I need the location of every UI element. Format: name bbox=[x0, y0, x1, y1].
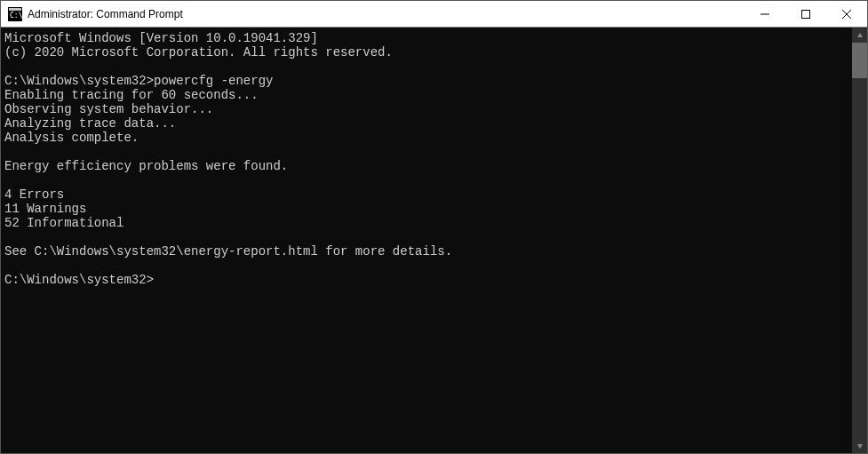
scroll-thumb[interactable] bbox=[852, 43, 867, 78]
titlebar[interactable]: C:\ Administrator: Command Prompt bbox=[1, 1, 867, 28]
cmd-icon: C:\ bbox=[8, 7, 22, 21]
svg-text:C:\: C:\ bbox=[10, 12, 22, 20]
terminal-line: (c) 2020 Microsoft Corporation. All righ… bbox=[4, 45, 848, 60]
terminal-output[interactable]: Microsoft Windows [Version 10.0.19041.32… bbox=[1, 28, 852, 453]
terminal-line: 4 Errors bbox=[4, 187, 848, 202]
close-button[interactable] bbox=[826, 1, 867, 27]
svg-rect-1 bbox=[9, 8, 21, 11]
terminal-line bbox=[4, 173, 848, 187]
terminal-line: 52 Informational bbox=[4, 216, 848, 230]
maximize-button[interactable] bbox=[785, 1, 826, 27]
terminal-line: Observing system behavior... bbox=[4, 102, 848, 116]
terminal-line: Analysis complete. bbox=[4, 131, 848, 145]
scroll-down-arrow-icon[interactable] bbox=[852, 438, 867, 453]
terminal-line bbox=[4, 259, 848, 273]
window-title: Administrator: Command Prompt bbox=[28, 1, 745, 28]
terminal-line: Microsoft Windows [Version 10.0.19041.32… bbox=[4, 31, 848, 45]
svg-rect-4 bbox=[802, 10, 810, 18]
vertical-scrollbar[interactable] bbox=[852, 28, 867, 453]
terminal-line bbox=[4, 60, 848, 74]
terminal-line: See C:\Windows\system32\energy-report.ht… bbox=[4, 244, 848, 259]
client-area: Microsoft Windows [Version 10.0.19041.32… bbox=[1, 28, 867, 453]
minimize-button[interactable] bbox=[745, 1, 785, 27]
terminal-line: 11 Warnings bbox=[4, 202, 848, 216]
terminal-line: Energy efficiency problems were found. bbox=[4, 159, 848, 173]
terminal-line bbox=[4, 230, 848, 244]
window-controls bbox=[745, 1, 867, 27]
svg-marker-8 bbox=[857, 444, 863, 449]
terminal-line: C:\Windows\system32> bbox=[4, 273, 848, 287]
scroll-up-arrow-icon[interactable] bbox=[852, 28, 867, 43]
terminal-line: C:\Windows\system32>powercfg -energy bbox=[4, 74, 848, 88]
terminal-line: Analyzing trace data... bbox=[4, 116, 848, 131]
terminal-line bbox=[4, 145, 848, 159]
terminal-line: Enabling tracing for 60 seconds... bbox=[4, 88, 848, 102]
svg-marker-7 bbox=[857, 33, 863, 37]
